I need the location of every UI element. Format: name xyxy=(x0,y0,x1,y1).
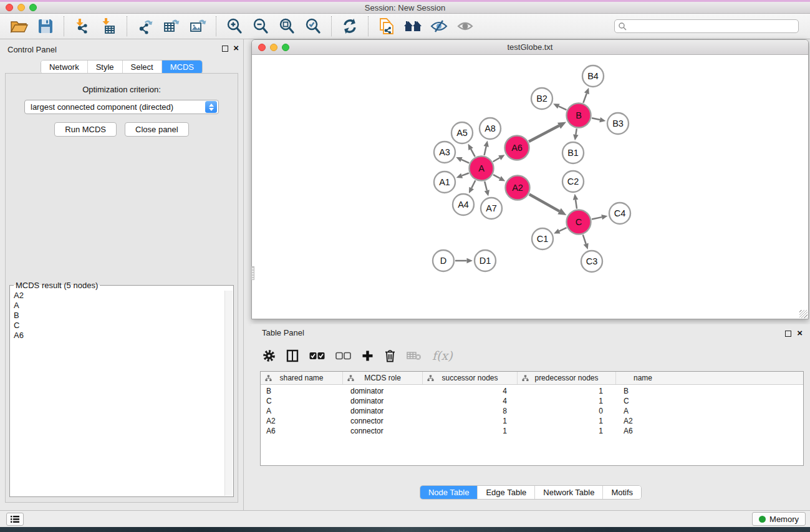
graph-edge-A-A7[interactable] xyxy=(485,181,487,191)
cell[interactable]: B xyxy=(616,386,670,396)
result-item-A[interactable]: A xyxy=(14,301,233,311)
graph-edge-A-A2[interactable] xyxy=(493,175,500,178)
export-network-button[interactable] xyxy=(132,16,158,37)
cell[interactable]: 4 xyxy=(423,396,518,406)
result-item-B[interactable]: B xyxy=(14,311,233,321)
import-table-button[interactable] xyxy=(95,16,122,37)
tab-mcds[interactable]: MCDS xyxy=(162,60,202,74)
search-field[interactable] xyxy=(614,19,799,33)
graph-edge-A-A1[interactable] xyxy=(462,173,469,176)
cell[interactable]: C xyxy=(616,396,670,406)
cell[interactable]: 0 xyxy=(518,406,616,416)
open-session-button[interactable] xyxy=(6,16,32,37)
home-button[interactable] xyxy=(400,16,426,37)
close-panel-icon[interactable]: × xyxy=(233,42,239,54)
table-row-A2[interactable]: A2connector11A2 xyxy=(261,416,803,426)
cell[interactable]: A6 xyxy=(261,426,343,436)
cell[interactable]: connector xyxy=(343,426,423,436)
cell[interactable]: dominator xyxy=(343,386,423,396)
column-header-predecessor-nodes[interactable]: predecessor nodes xyxy=(518,372,616,384)
task-history-button[interactable] xyxy=(6,513,24,526)
cell[interactable]: dominator xyxy=(343,396,423,406)
cell[interactable]: 1 xyxy=(423,416,518,426)
apply-layout-button[interactable] xyxy=(337,16,363,37)
export-table-button[interactable] xyxy=(158,16,185,37)
zoom-out-button[interactable] xyxy=(248,16,274,37)
table-tab-network-table[interactable]: Network Table xyxy=(534,486,602,499)
graph-edge-A-A6[interactable] xyxy=(493,158,500,162)
table-tab-motifs[interactable]: Motifs xyxy=(602,486,641,499)
graph-edge-A-A8[interactable] xyxy=(485,147,486,155)
column-header-successor-nodes[interactable]: successor nodes xyxy=(423,372,518,384)
cell[interactable]: C xyxy=(261,396,343,406)
graph-edge-C-C1[interactable] xyxy=(559,228,567,231)
table-row-A[interactable]: Adominator80A xyxy=(261,406,803,416)
graph-edge-A2-C[interactable] xyxy=(529,195,559,211)
table-row-A6[interactable]: A6connector11A6 xyxy=(261,426,803,436)
graph-edge-B-B3[interactable] xyxy=(592,118,600,120)
graph-edge-B-B4[interactable] xyxy=(583,94,587,103)
cell[interactable]: 4 xyxy=(423,386,518,396)
cell[interactable]: 1 xyxy=(518,386,616,396)
export-image-button[interactable] xyxy=(185,16,211,37)
graph-edge-A-A4[interactable] xyxy=(471,180,475,188)
save-session-button[interactable] xyxy=(32,16,59,37)
result-item-A6[interactable]: A6 xyxy=(14,331,233,341)
cell[interactable]: dominator xyxy=(343,406,423,416)
deselect-all-columns-button[interactable] xyxy=(335,352,351,360)
tab-select[interactable]: Select xyxy=(122,60,162,74)
network-canvas[interactable]: B4B2BB3A8A5A6A3B1AC2A1A2A4A7C4CC1C3DD1 xyxy=(252,55,808,319)
graph-edge-C-C3[interactable] xyxy=(583,235,586,244)
network-window-titlebar[interactable]: testGlobe.txt xyxy=(252,40,808,55)
float-table-panel-icon[interactable] xyxy=(785,331,791,337)
zoom-in-button[interactable] xyxy=(221,16,248,37)
memory-button[interactable]: Memory xyxy=(752,512,806,526)
import-network-button[interactable] xyxy=(69,16,95,37)
new-network-button[interactable] xyxy=(374,16,400,37)
tab-style[interactable]: Style xyxy=(87,60,122,74)
cell[interactable]: 8 xyxy=(423,406,518,416)
cell[interactable]: B xyxy=(261,386,343,396)
splitter-grip[interactable] xyxy=(251,266,254,280)
cell[interactable]: 1 xyxy=(518,416,616,426)
float-panel-icon[interactable] xyxy=(222,46,228,52)
create-column-button[interactable] xyxy=(362,350,374,362)
result-item-C[interactable]: C xyxy=(14,321,233,331)
search-input[interactable] xyxy=(627,22,795,31)
window-resize-grip[interactable] xyxy=(799,310,808,318)
cell[interactable]: A2 xyxy=(261,416,343,426)
column-header-MCDS-role[interactable]: MCDS role xyxy=(343,372,423,384)
cell[interactable]: 1 xyxy=(518,426,616,436)
show-column-button[interactable] xyxy=(286,349,299,362)
result-scrollbar[interactable] xyxy=(224,291,233,496)
delete-column-button[interactable] xyxy=(384,349,396,362)
hide-details-button[interactable] xyxy=(426,16,452,37)
table-row-C[interactable]: Cdominator41C xyxy=(261,396,803,406)
graph-edge-A-A3[interactable] xyxy=(461,160,469,163)
graph-edge-B-B1[interactable] xyxy=(576,128,576,135)
table-settings-button[interactable] xyxy=(263,349,276,362)
show-details-button[interactable] xyxy=(452,16,478,37)
zoom-fit-button[interactable] xyxy=(274,16,300,37)
cell[interactable]: A xyxy=(261,406,343,416)
cell[interactable]: 1 xyxy=(518,396,616,406)
graph-edge-A6-B[interactable] xyxy=(529,126,559,142)
cell[interactable]: A xyxy=(616,406,670,416)
graph-edge-B-B2[interactable] xyxy=(559,106,567,110)
table-tab-node-table[interactable]: Node Table xyxy=(420,486,478,499)
cell[interactable]: 1 xyxy=(423,426,518,436)
zoom-selected-button[interactable] xyxy=(300,16,326,37)
close-panel-button[interactable]: Close panel xyxy=(125,122,189,137)
column-header-name[interactable]: name xyxy=(616,372,670,384)
run-mcds-button[interactable]: Run MCDS xyxy=(54,122,117,137)
result-item-A2[interactable]: A2 xyxy=(14,291,233,301)
cell[interactable]: A2 xyxy=(616,416,670,426)
table-row-B[interactable]: Bdominator41B xyxy=(261,386,803,396)
table-tab-edge-table[interactable]: Edge Table xyxy=(477,486,534,499)
cell[interactable]: A6 xyxy=(616,426,670,436)
tab-network[interactable]: Network xyxy=(41,60,87,74)
graph-edge-A-A5[interactable] xyxy=(471,149,475,157)
criterion-dropdown[interactable]: largest connected component (directed) xyxy=(24,100,219,114)
graph-edge-C-C2[interactable] xyxy=(576,200,577,208)
close-table-panel-icon[interactable]: × xyxy=(797,327,803,339)
